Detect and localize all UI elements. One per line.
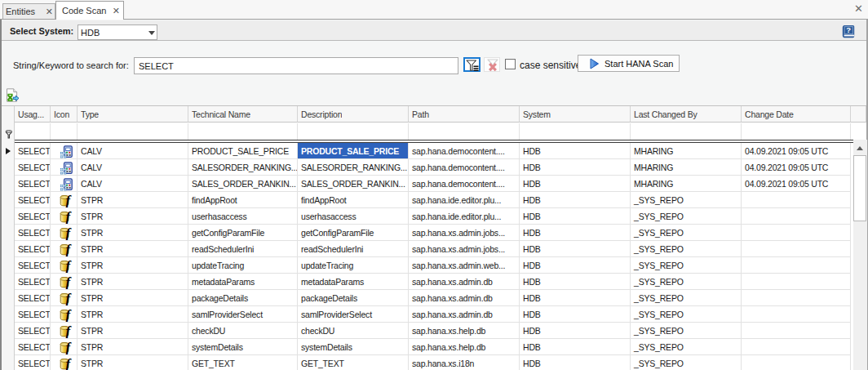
svg-text:f: f (66, 325, 73, 338)
svg-text:f: f (66, 243, 73, 256)
svg-text:f: f (66, 276, 73, 289)
svg-text:f: f (66, 358, 73, 370)
svg-text:?: ? (846, 25, 851, 34)
svg-text:f: f (66, 211, 73, 224)
svg-text:f: f (66, 194, 73, 207)
svg-text:f: f (66, 309, 73, 322)
svg-text:f: f (66, 260, 73, 273)
svg-text:f: f (66, 227, 73, 240)
svg-text:f: f (66, 341, 73, 354)
svg-text:f: f (66, 292, 73, 305)
